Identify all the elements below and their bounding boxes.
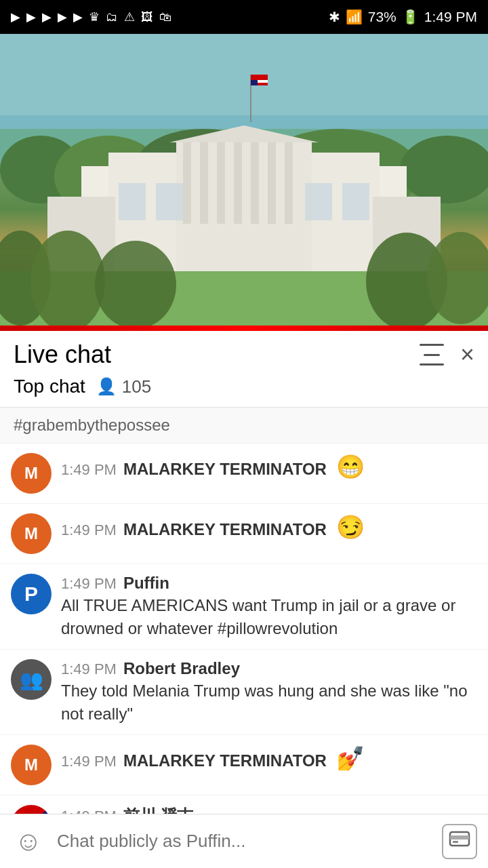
chat-message: 👥 1:49 PM Robert Bradley They told Melan… <box>0 650 488 735</box>
svg-rect-14 <box>234 142 242 224</box>
message-time: 1:49 PM <box>61 575 117 593</box>
message-emoji: 😁 <box>336 453 365 480</box>
message-emoji: 😏 <box>336 513 365 540</box>
message-body: They told Melania Trump was hung and she… <box>61 679 477 725</box>
message-time: 1:49 PM <box>61 660 117 678</box>
filter-line-2 <box>424 354 440 356</box>
message-content: 1:49 PM MALARKEY TERMINATOR 😁 <box>61 453 477 480</box>
viewer-number: 105 <box>122 376 151 397</box>
viewer-icon: 👤 <box>96 377 117 396</box>
message-author: MALARKEY TERMINATOR <box>123 520 327 539</box>
svg-point-28 <box>95 241 176 326</box>
message-time: 1:49 PM <box>61 521 117 539</box>
header-actions: × <box>420 342 474 367</box>
app-icons: ▶ ▶ ▶ ▶ ▶ ♛ 🗂 ⚠ 🖼 🛍 <box>11 9 173 24</box>
battery-percentage: 73% <box>368 9 396 25</box>
status-bar: ▶ ▶ ▶ ▶ ▶ ♛ 🗂 ⚠ 🖼 🛍 ✱ 📶 73% 🔋 1:49 PM <box>0 0 488 34</box>
svg-rect-21 <box>305 183 332 220</box>
time: 1:49 PM <box>424 9 477 25</box>
red-progress-bar <box>0 326 488 331</box>
message-content: 1:49 PM Robert Bradley They told Melania… <box>61 659 477 725</box>
chat-input-bar: ☺ <box>0 814 488 868</box>
video-player[interactable] <box>0 34 488 326</box>
svg-rect-13 <box>217 142 225 224</box>
svg-rect-16 <box>268 142 276 224</box>
svg-rect-17 <box>285 142 293 224</box>
svg-rect-19 <box>119 183 146 220</box>
live-chat-title: Live chat <box>14 340 111 369</box>
svg-rect-22 <box>342 183 369 220</box>
chat-header: Live chat × Top chat 👤 105 <box>0 331 488 408</box>
superchat-icon <box>449 828 470 854</box>
chat-input[interactable] <box>57 831 431 852</box>
avatar: P <box>11 574 52 614</box>
viewer-count: 👤 105 <box>96 376 151 397</box>
truncated-message: #grabembythepossee <box>0 408 488 443</box>
avatar: M <box>11 453 52 494</box>
message-content: 1:49 PM Puffin All TRUE AMERICANS want T… <box>61 574 477 639</box>
chat-message: M 1:49 PM MALARKEY TERMINATOR 😁 <box>0 443 488 504</box>
avatar: M <box>11 513 52 554</box>
bluetooth-icon: ✱ <box>329 9 340 25</box>
svg-rect-37 <box>453 841 458 843</box>
wifi-icon: 📶 <box>346 9 363 25</box>
battery-icon: 🔋 <box>402 9 419 25</box>
chat-message: P 1:49 PM Puffin All TRUE AMERICANS want… <box>0 564 488 650</box>
svg-rect-20 <box>156 183 183 220</box>
avatar: 👥 <box>11 659 52 700</box>
superchat-button[interactable] <box>442 824 477 859</box>
chat-message: M 1:49 PM MALARKEY TERMINATOR 😏 <box>0 504 488 564</box>
message-author: MALARKEY TERMINATOR <box>123 751 327 770</box>
message-content: 1:49 PM MALARKEY TERMINATOR 💅 <box>61 745 477 772</box>
message-time: 1:49 PM <box>61 461 117 479</box>
svg-rect-36 <box>450 835 469 840</box>
top-chat-label[interactable]: Top chat <box>14 376 85 397</box>
message-time: 1:49 PM <box>61 753 117 770</box>
message-author: Robert Bradley <box>123 659 240 678</box>
svg-rect-15 <box>251 142 259 224</box>
message-author: MALARKEY TERMINATOR <box>123 460 327 479</box>
filter-line-1 <box>420 344 444 346</box>
close-button[interactable]: × <box>460 342 474 367</box>
chat-messages-container[interactable]: M 1:49 PM MALARKEY TERMINATOR 😁 M 1:49 P… <box>0 443 488 865</box>
message-content: 1:49 PM MALARKEY TERMINATOR 😏 <box>61 513 477 540</box>
status-bar-left: ▶ ▶ ▶ ▶ ▶ ♛ 🗂 ⚠ 🖼 🛍 <box>11 9 173 24</box>
svg-rect-34 <box>251 80 258 85</box>
message-emoji: 💅 <box>336 745 365 772</box>
emoji-icon: ☺ <box>15 826 43 856</box>
filter-line-3 <box>420 363 444 366</box>
emoji-button[interactable]: ☺ <box>11 824 46 859</box>
svg-rect-11 <box>183 142 191 224</box>
filter-button[interactable] <box>420 344 444 366</box>
message-author: Puffin <box>123 574 169 593</box>
svg-rect-12 <box>200 142 208 224</box>
truncated-text: #grabembythepossee <box>14 416 170 434</box>
avatar: M <box>11 745 52 785</box>
status-bar-right: ✱ 📶 73% 🔋 1:49 PM <box>329 9 477 25</box>
svg-rect-1 <box>0 34 488 115</box>
message-body: All TRUE AMERICANS want Trump in jail or… <box>61 594 477 639</box>
chat-message: M 1:49 PM MALARKEY TERMINATOR 💅 <box>0 735 488 795</box>
